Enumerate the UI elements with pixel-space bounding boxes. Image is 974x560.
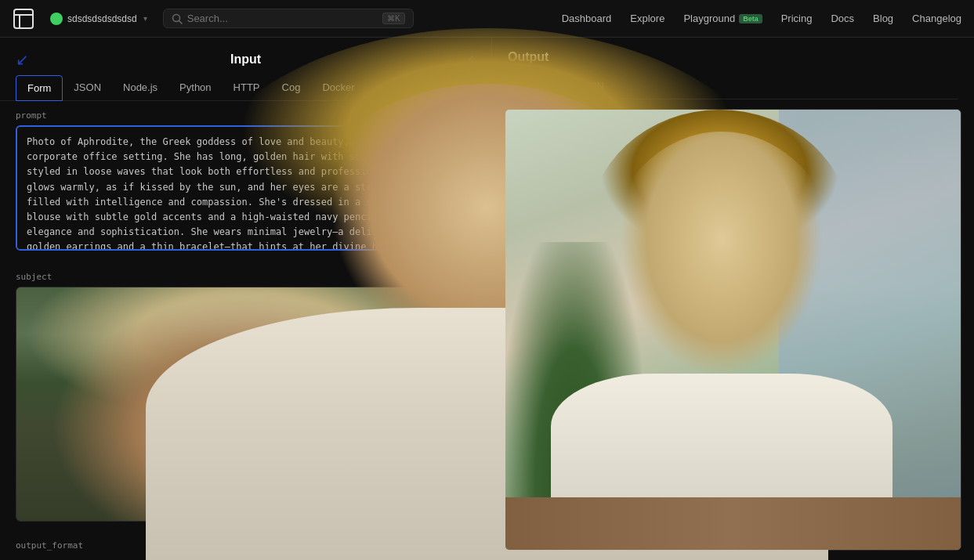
output-photo-preview [505,110,961,550]
nav-changelog[interactable]: Changelog [912,13,961,24]
photo-body-layer [146,308,476,522]
main-layout: ↙ Input ↙ Form JSON Node.js Python HTTP … [0,38,974,560]
tab-form[interactable]: Form [16,75,63,101]
out-desk-layer [505,497,961,550]
input-panel: ↙ Input ↙ Form JSON Node.js Python HTTP … [0,38,492,560]
beta-badge: Beta [739,14,762,23]
arrow-left-decoration: ↙ [16,50,29,69]
tab-json[interactable]: JSON [63,75,112,101]
app-logo-icon [13,8,34,30]
search-input[interactable] [187,13,378,24]
svg-rect-0 [14,9,33,28]
subject-field-section: subject [0,262,491,531]
nav-blog[interactable]: Blog [873,13,893,24]
nav-links: Dashboard Explore Playground Beta Pricin… [562,13,961,24]
nav-pricing[interactable]: Pricing [781,13,813,24]
output-image-container [505,109,961,551]
tab-nodejs[interactable]: Node.js [112,75,168,101]
tab-python[interactable]: Python [168,75,222,101]
output-image-area [492,99,974,560]
logo-area [13,8,34,30]
brand-dot-icon [50,13,63,25]
svg-line-4 [179,20,182,23]
subject-image-container[interactable] [16,287,476,522]
brand-chevron-icon: ▾ [143,14,147,23]
subject-photo-preview [16,287,475,521]
brand-area[interactable]: sdsdsdsdsdsdsd ▾ [50,13,147,25]
search-icon [172,13,183,24]
search-shortcut-badge: ⌘K [382,13,405,24]
input-panel-title: Input [230,52,261,67]
nav-docs[interactable]: Docs [831,13,854,24]
nav-dashboard[interactable]: Dashboard [562,13,612,24]
nav-explore[interactable]: Explore [630,13,664,24]
brand-name-label: sdsdsdsdsdsdsd [67,13,137,24]
nav-playground[interactable]: Playground Beta [683,13,762,24]
output-panel: Output Preview JSON [492,38,974,560]
search-bar[interactable]: ⌘K [163,9,414,28]
